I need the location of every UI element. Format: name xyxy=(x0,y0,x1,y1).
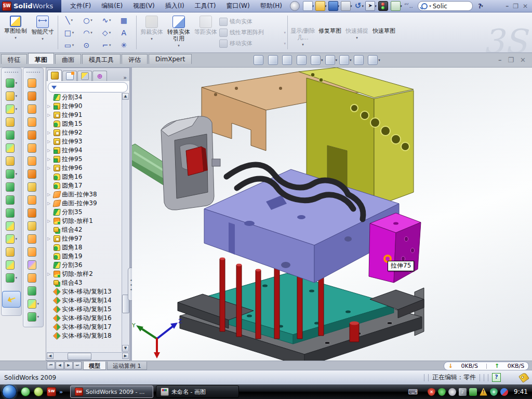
tree-item[interactable]: ▷ 拉伸97 xyxy=(47,234,121,243)
model-insert-block[interactable] xyxy=(369,213,421,283)
badge-icon[interactable] xyxy=(448,388,456,396)
surface-toolbar-icon[interactable]: ▾ xyxy=(28,312,39,322)
menu-item[interactable]: 工具(T) xyxy=(190,0,221,12)
dropdown-arrow-icon[interactable]: ▾ xyxy=(321,58,323,62)
more-icon[interactable]: ⺍.. xyxy=(404,2,413,10)
apply-scene-icon[interactable] xyxy=(368,55,378,65)
dropdown-arrow-icon[interactable]: ▾ xyxy=(15,35,17,42)
ribbon-tab[interactable]: 曲面 xyxy=(55,54,81,64)
dropdown-arrow-icon[interactable]: ▾ xyxy=(15,172,17,176)
menu-item[interactable]: 编辑(E) xyxy=(97,0,127,12)
dropdown-arrow-icon[interactable]: ▾ xyxy=(178,43,180,49)
document-restore-button[interactable]: ❐ xyxy=(508,56,514,64)
tree-item[interactable]: ▷ 拉伸96 xyxy=(47,164,121,172)
surface-toolbar-icon[interactable]: ▾ xyxy=(28,143,39,153)
mold-assembly-model[interactable]: Y Z X xyxy=(132,68,532,361)
tree-filter-box[interactable] xyxy=(48,82,128,92)
dropdown-arrow-icon[interactable]: ▾ xyxy=(378,58,380,62)
tree-item[interactable]: ▷ 拉伸90 xyxy=(47,102,121,111)
undo-icon[interactable]: ↺ xyxy=(354,2,363,10)
expand-arrow-icon[interactable]: ▷ xyxy=(47,236,52,241)
dropdown-arrow-icon[interactable]: ▾ xyxy=(71,18,73,22)
tree-item[interactable]: ▷ 圆角17 xyxy=(47,181,121,190)
dropdown-arrow-icon[interactable]: ▾ xyxy=(336,58,338,62)
dropdown-arrow-icon[interactable]: ▾ xyxy=(90,18,92,22)
feature-toolbar-icon[interactable]: ▾ xyxy=(6,78,17,88)
expand-arrow-icon[interactable]: ▷ xyxy=(47,113,52,117)
dropdown-arrow-icon[interactable]: ▾ xyxy=(15,276,17,280)
dropdown-arrow-icon[interactable]: ▾ xyxy=(90,31,92,35)
ribbon-tab[interactable]: 草图 xyxy=(28,53,54,64)
tree-item[interactable]: ▷ 实体-移动/复制17 xyxy=(47,323,121,331)
tree-item[interactable]: ▷ 圆角15 xyxy=(47,119,121,128)
tree-item[interactable]: ▷ 曲面-拉伸38 xyxy=(47,190,121,199)
tree-item[interactable]: ▷ 分割36 xyxy=(47,261,121,270)
zoom-fit-icon[interactable] xyxy=(254,55,263,65)
move-entities-icon[interactable]: 移动实体 ▾ xyxy=(219,39,286,48)
configurationmanager-tab[interactable] xyxy=(77,71,92,81)
sketch-entity-icon[interactable]: ◠ ▾ xyxy=(78,26,97,39)
options-icon[interactable] xyxy=(391,1,401,11)
next-tab-button[interactable]: ▶ xyxy=(64,362,73,369)
sketch-entity-icon[interactable]: ◇ ▾ xyxy=(97,26,116,39)
dropdown-arrow-icon[interactable]: ▾ xyxy=(15,81,17,85)
surface-toolbar-icon[interactable]: ▾ xyxy=(28,273,39,283)
sketch-icon[interactable]: 草图绘制 ▾ xyxy=(2,14,29,51)
surface-toolbar-icon[interactable]: ▾ xyxy=(28,286,39,296)
sketch-entity-icon[interactable]: ⊙ ▾ xyxy=(78,39,97,51)
search-dropdown-icon[interactable]: ▾ xyxy=(429,4,431,8)
surface-toolbar-icon[interactable]: ▾ xyxy=(28,247,39,257)
sketch-entity-icon[interactable]: ▦ ▾ xyxy=(116,14,135,26)
keyboard-layout-icon[interactable]: ⌨ xyxy=(408,388,418,396)
open-icon[interactable] xyxy=(315,1,325,11)
dropdown-arrow-icon[interactable]: ▾ xyxy=(15,94,17,98)
expand-arrow-icon[interactable]: ▷ xyxy=(47,139,52,144)
previous-tab-button[interactable]: ◀ xyxy=(56,362,64,369)
expand-arrow-icon[interactable]: ▷ xyxy=(47,104,52,109)
menu-item[interactable]: 插入(I) xyxy=(161,0,189,12)
dropdown-arrow-icon[interactable]: ▾ xyxy=(15,107,17,111)
view-orientation-icon[interactable] xyxy=(311,55,321,65)
feature-toolbar-icon[interactable]: ▾ xyxy=(6,156,17,166)
tree-item[interactable]: ▷ 实体-移动/复制14 xyxy=(47,296,121,305)
linear-sketch-pattern-icon[interactable]: 线性草图阵列 ▾ xyxy=(219,28,286,37)
expand-arrow-icon[interactable]: ▷ xyxy=(47,157,52,162)
propertymanager-tab[interactable] xyxy=(62,71,77,81)
feature-toolbar-icon[interactable]: ▾ xyxy=(6,234,17,244)
rebuild-icon[interactable] xyxy=(378,1,388,11)
sketch-entity-icon[interactable]: ⌐ ▾ xyxy=(97,39,116,51)
tree-item[interactable]: ▷ 圆角16 xyxy=(47,172,121,181)
warning-icon[interactable]: ! xyxy=(480,388,487,396)
ribbon-tab[interactable]: DimXpert xyxy=(149,54,192,64)
surface-toolbar-icon[interactable]: ▾ xyxy=(28,156,39,166)
tree-item[interactable]: ▷ 曲面-拉伸39 xyxy=(47,199,121,208)
phone-icon[interactable] xyxy=(469,388,477,396)
menu-item[interactable]: 窗口(W) xyxy=(221,0,254,12)
expand-arrow-icon[interactable]: ▷ xyxy=(47,219,52,223)
red-shield-icon[interactable]: ✕ xyxy=(428,388,435,396)
surface-toolbar-icon[interactable]: ▾ xyxy=(28,130,39,140)
surface-toolbar-icon[interactable]: ▾ xyxy=(28,182,39,192)
surface-toolbar-icon[interactable]: ▾ xyxy=(28,208,39,218)
dropdown-arrow-icon[interactable]: ▾ xyxy=(151,36,153,43)
display-delete-relations-icon[interactable]: 显示/删除几... ▾ xyxy=(289,14,316,51)
hide-show-items-icon[interactable] xyxy=(339,55,349,65)
surface-toolbar-icon[interactable]: ▾ xyxy=(28,117,39,127)
dropdown-arrow-icon[interactable]: ▾ xyxy=(356,35,358,42)
scroll-left-icon[interactable]: ◀ xyxy=(47,353,54,359)
tree-item[interactable]: ▷ 分割35 xyxy=(47,208,121,217)
dropdown-arrow-icon[interactable]: ▾ xyxy=(302,42,304,48)
rapid-sketch-icon[interactable]: 快速草图 ▾ xyxy=(370,14,397,51)
tree-item[interactable]: ▷ 拉伸91 xyxy=(47,111,121,119)
quick-tips-button[interactable]: ? xyxy=(492,373,501,382)
tree-item[interactable]: ▷ 实体-移动/复制18 xyxy=(47,331,121,340)
dropdown-arrow-icon[interactable]: ▾ xyxy=(72,31,74,35)
menu-item[interactable]: 帮助(H) xyxy=(256,0,287,12)
scroll-right-icon[interactable]: ▶ xyxy=(122,353,129,359)
document-tab[interactable]: 运动算例 1 xyxy=(107,362,147,370)
quick-launch-chevron[interactable]: » xyxy=(59,389,63,395)
expand-arrow-icon[interactable]: ▷ xyxy=(47,201,52,206)
dropdown-arrow-icon[interactable]: ▾ xyxy=(15,237,17,241)
trim-entities-icon[interactable]: 剪裁实体 ▾ xyxy=(138,14,165,51)
tree-item[interactable]: ▷ 拉伸92 xyxy=(47,128,121,137)
